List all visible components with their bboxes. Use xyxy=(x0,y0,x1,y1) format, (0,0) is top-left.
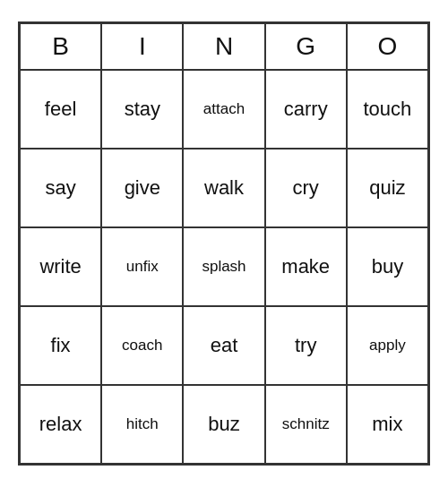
cell-5-4[interactable]: schnitz xyxy=(265,385,347,464)
cell-2-5[interactable]: quiz xyxy=(347,149,428,227)
cell-4-5[interactable]: apply xyxy=(347,306,428,385)
cell-5-2[interactable]: hitch xyxy=(101,385,183,464)
cell-5-5[interactable]: mix xyxy=(347,385,428,464)
cell-2-1[interactable]: say xyxy=(20,149,101,227)
cell-5-3[interactable]: buz xyxy=(183,385,264,464)
cell-2-4[interactable]: cry xyxy=(265,149,347,227)
header-i: I xyxy=(101,23,183,70)
cell-2-3[interactable]: walk xyxy=(183,149,264,227)
header-b: B xyxy=(20,23,101,70)
cell-3-4[interactable]: make xyxy=(265,227,347,306)
cell-3-1[interactable]: write xyxy=(20,227,101,306)
cell-1-1[interactable]: feel xyxy=(20,70,101,149)
cell-1-2[interactable]: stay xyxy=(101,70,183,149)
cell-3-5[interactable]: buy xyxy=(347,227,428,306)
cell-3-3[interactable]: splash xyxy=(183,227,264,306)
header-n: N xyxy=(183,23,264,70)
cell-4-1[interactable]: fix xyxy=(20,306,101,385)
header-o: O xyxy=(347,23,428,70)
header-g: G xyxy=(265,23,347,70)
cell-4-3[interactable]: eat xyxy=(183,306,264,385)
row-3: write unfix splash make buy xyxy=(20,227,428,306)
cell-3-2[interactable]: unfix xyxy=(101,227,183,306)
cell-1-5[interactable]: touch xyxy=(347,70,428,149)
cell-5-1[interactable]: relax xyxy=(20,385,101,464)
row-4: fix coach eat try apply xyxy=(20,306,428,385)
row-5: relax hitch buz schnitz mix xyxy=(20,385,428,464)
cell-4-2[interactable]: coach xyxy=(101,306,183,385)
bingo-board: B I N G O feel stay attach carry touch s… xyxy=(18,21,430,466)
cell-1-4[interactable]: carry xyxy=(265,70,347,149)
header-row: B I N G O xyxy=(20,23,428,70)
row-2: say give walk cry quiz xyxy=(20,149,428,227)
cell-2-2[interactable]: give xyxy=(101,149,183,227)
row-1: feel stay attach carry touch xyxy=(20,70,428,149)
cell-1-3[interactable]: attach xyxy=(183,70,264,149)
cell-4-4[interactable]: try xyxy=(265,306,347,385)
